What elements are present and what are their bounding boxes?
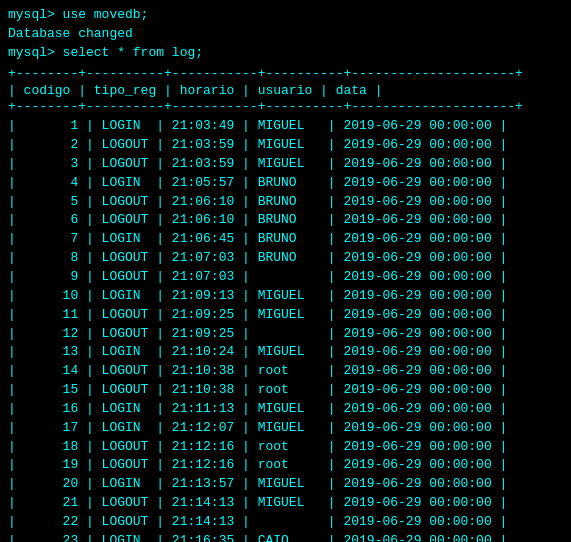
db-changed: Database changed <box>8 25 563 44</box>
table-row: | 9 | LOGOUT | 21:07:03 | | 2019-06-29 0… <box>8 268 563 287</box>
table-row: | 4 | LOGIN | 21:05:57 | BRUNO | 2019-06… <box>8 174 563 193</box>
table-rows: | 1 | LOGIN | 21:03:49 | MIGUEL | 2019-0… <box>8 117 563 542</box>
table-row: | 20 | LOGIN | 21:13:57 | MIGUEL | 2019-… <box>8 475 563 494</box>
table-row: | 10 | LOGIN | 21:09:13 | MIGUEL | 2019-… <box>8 287 563 306</box>
table-row: | 12 | LOGOUT | 21:09:25 | | 2019-06-29 … <box>8 325 563 344</box>
table-row: | 17 | LOGIN | 21:12:07 | MIGUEL | 2019-… <box>8 419 563 438</box>
separator-top: +--------+----------+-----------+-------… <box>8 65 563 84</box>
table-row: | 14 | LOGOUT | 21:10:38 | root | 2019-0… <box>8 362 563 381</box>
table-row: | 6 | LOGOUT | 21:06:10 | BRUNO | 2019-0… <box>8 211 563 230</box>
separator-mid: +--------+----------+-----------+-------… <box>8 98 563 117</box>
table-row: | 16 | LOGIN | 21:11:13 | MIGUEL | 2019-… <box>8 400 563 419</box>
table-row: | 15 | LOGOUT | 21:10:38 | root | 2019-0… <box>8 381 563 400</box>
table-row: | 1 | LOGIN | 21:03:49 | MIGUEL | 2019-0… <box>8 117 563 136</box>
table-row: | 21 | LOGOUT | 21:14:13 | MIGUEL | 2019… <box>8 494 563 513</box>
table-row: | 23 | LOGIN | 21:16:35 | CAIO | 2019-06… <box>8 532 563 542</box>
table-row: | 7 | LOGIN | 21:06:45 | BRUNO | 2019-06… <box>8 230 563 249</box>
table-row: | 3 | LOGOUT | 21:03:59 | MIGUEL | 2019-… <box>8 155 563 174</box>
table-row: | 19 | LOGOUT | 21:12:16 | root | 2019-0… <box>8 456 563 475</box>
table-row: | 13 | LOGIN | 21:10:24 | MIGUEL | 2019-… <box>8 343 563 362</box>
table-container: +--------+----------+-----------+-------… <box>8 65 563 542</box>
terminal: mysql> use movedb; Database changed mysq… <box>8 6 563 542</box>
table-row: | 18 | LOGOUT | 21:12:16 | root | 2019-0… <box>8 438 563 457</box>
table-row: | 22 | LOGOUT | 21:14:13 | | 2019-06-29 … <box>8 513 563 532</box>
table-row: | 5 | LOGOUT | 21:06:10 | BRUNO | 2019-0… <box>8 193 563 212</box>
table-row: | 2 | LOGOUT | 21:03:59 | MIGUEL | 2019-… <box>8 136 563 155</box>
prompt-select: mysql> select * from log; <box>8 44 563 63</box>
table-row: | 8 | LOGOUT | 21:07:03 | BRUNO | 2019-0… <box>8 249 563 268</box>
table-row: | 11 | LOGOUT | 21:09:25 | MIGUEL | 2019… <box>8 306 563 325</box>
prompt-use: mysql> use movedb; <box>8 6 563 25</box>
table-header: | codigo | tipo_reg | horario | usuario … <box>8 83 563 98</box>
